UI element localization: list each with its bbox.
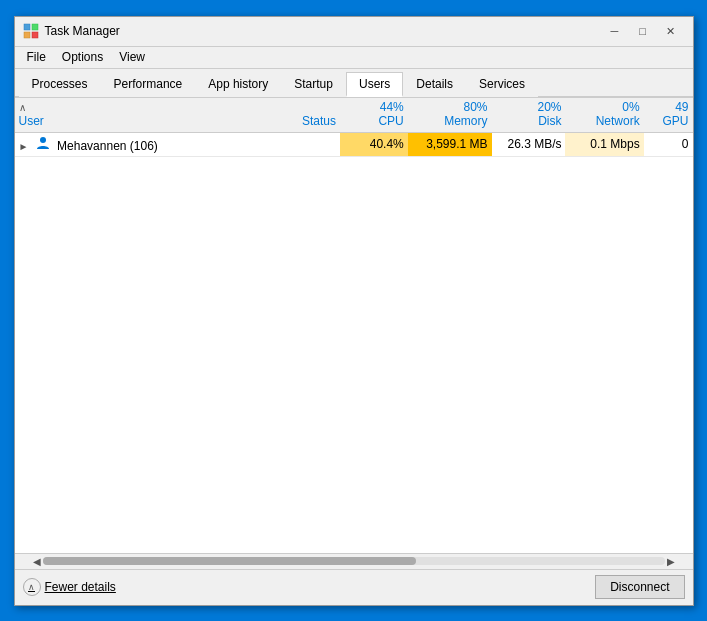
tab-performance[interactable]: Performance bbox=[101, 72, 196, 97]
tab-app-history[interactable]: App history bbox=[195, 72, 281, 97]
disk-column-header[interactable]: Disk bbox=[492, 114, 566, 133]
svg-rect-3 bbox=[32, 32, 38, 38]
status-bar: ∧ Fewer details Disconnect bbox=[15, 569, 693, 605]
header-percent-row: ∧ 44% 80% 20% 0% 49 bbox=[15, 98, 693, 114]
network-percent[interactable]: 0% bbox=[565, 98, 643, 114]
user-column-header[interactable]: User bbox=[15, 114, 245, 133]
main-content: ∧ 44% 80% 20% 0% 49 User Status CPU Memo… bbox=[15, 98, 693, 569]
menu-file[interactable]: File bbox=[19, 48, 54, 66]
scroll-right-arrow[interactable]: ▶ bbox=[665, 556, 677, 567]
svg-rect-0 bbox=[24, 24, 30, 30]
status-percent-cell bbox=[245, 98, 340, 114]
status-column-header[interactable]: Status bbox=[245, 114, 340, 133]
memory-column-header[interactable]: Memory bbox=[408, 114, 492, 133]
maximize-button[interactable]: □ bbox=[629, 21, 657, 41]
sort-arrow-icon: ∧ bbox=[19, 102, 26, 113]
tab-details[interactable]: Details bbox=[403, 72, 466, 97]
svg-rect-1 bbox=[32, 24, 38, 30]
tab-users[interactable]: Users bbox=[346, 72, 403, 97]
gpu-percent[interactable]: 49 bbox=[644, 98, 693, 114]
app-icon bbox=[23, 23, 39, 39]
tab-startup[interactable]: Startup bbox=[281, 72, 346, 97]
memory-percent[interactable]: 80% bbox=[408, 98, 492, 114]
tab-processes[interactable]: Processes bbox=[19, 72, 101, 97]
disk-percent[interactable]: 20% bbox=[492, 98, 566, 114]
cpu-column-header[interactable]: CPU bbox=[340, 114, 408, 133]
users-table: ∧ 44% 80% 20% 0% 49 User Status CPU Memo… bbox=[15, 98, 693, 157]
window-controls: ─ □ ✕ bbox=[601, 21, 685, 41]
user-gpu-cell: 0 bbox=[644, 132, 693, 156]
up-arrow-icon: ∧ bbox=[23, 578, 41, 596]
scroll-left-arrow[interactable]: ◀ bbox=[31, 556, 43, 567]
user-network-cell: 0.1 Mbps bbox=[565, 132, 643, 156]
header-label-row: User Status CPU Memory Disk Network GPU bbox=[15, 114, 693, 133]
scrollbar-track[interactable] bbox=[43, 557, 665, 565]
window-title: Task Manager bbox=[45, 24, 601, 38]
menu-view[interactable]: View bbox=[111, 48, 153, 66]
user-name: Mehavannen (106) bbox=[57, 139, 158, 153]
network-column-header[interactable]: Network bbox=[565, 114, 643, 133]
table-row[interactable]: ► Mehavannen (106) 40.4% 3,599.1 M bbox=[15, 132, 693, 156]
menu-options[interactable]: Options bbox=[54, 48, 111, 66]
cpu-percent[interactable]: 44% bbox=[340, 98, 408, 114]
user-status-cell bbox=[245, 132, 340, 156]
user-disk-cell: 26.3 MB/s bbox=[492, 132, 566, 156]
user-name-cell[interactable]: ► Mehavannen (106) bbox=[15, 132, 245, 156]
user-memory-cell: 3,599.1 MB bbox=[408, 132, 492, 156]
disconnect-button[interactable]: Disconnect bbox=[595, 575, 684, 599]
title-bar: Task Manager ─ □ ✕ bbox=[15, 17, 693, 47]
svg-rect-2 bbox=[24, 32, 30, 38]
tab-services[interactable]: Services bbox=[466, 72, 538, 97]
task-manager-window: Task Manager ─ □ ✕ File Options View Pro… bbox=[14, 16, 694, 606]
user-icon bbox=[36, 136, 50, 150]
user-cpu-cell: 40.4% bbox=[340, 132, 408, 156]
horizontal-scrollbar[interactable]: ◀ ▶ bbox=[15, 553, 693, 569]
svg-point-4 bbox=[40, 137, 46, 143]
tabs-bar: Processes Performance App history Startu… bbox=[15, 69, 693, 98]
minimize-button[interactable]: ─ bbox=[601, 21, 629, 41]
table-container[interactable]: ∧ 44% 80% 20% 0% 49 User Status CPU Memo… bbox=[15, 98, 693, 553]
menu-bar: File Options View bbox=[15, 47, 693, 69]
fewer-details-button[interactable]: ∧ Fewer details bbox=[23, 578, 116, 596]
scrollbar-thumb[interactable] bbox=[43, 557, 416, 565]
expand-button[interactable]: ► bbox=[19, 141, 29, 152]
close-button[interactable]: ✕ bbox=[657, 21, 685, 41]
gpu-column-header[interactable]: GPU bbox=[644, 114, 693, 133]
sort-arrow-cell[interactable]: ∧ bbox=[15, 98, 245, 114]
fewer-details-label: Fewer details bbox=[45, 580, 116, 594]
